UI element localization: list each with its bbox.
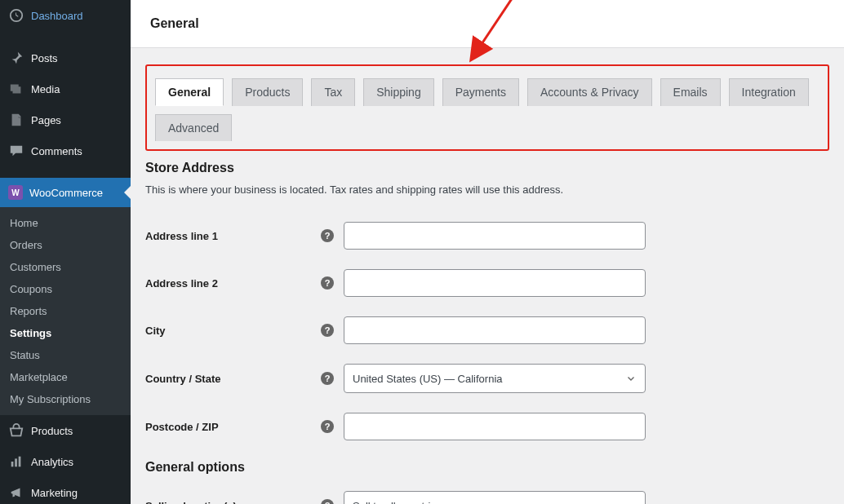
media-icon xyxy=(8,81,24,97)
selling-location-value: Sell to all countries xyxy=(353,500,442,505)
page-title: General xyxy=(150,16,824,31)
selling-location-select[interactable]: Sell to all countries xyxy=(344,491,646,504)
postcode-input[interactable] xyxy=(344,413,646,440)
svg-rect-1 xyxy=(15,458,17,466)
sidebar-item-marketing[interactable]: Marketing xyxy=(0,477,131,504)
sidebar-item-woocommerce[interactable]: W WooCommerce xyxy=(0,178,131,207)
sidebar-item-pages[interactable]: Pages xyxy=(0,104,131,135)
tab-payments[interactable]: Payments xyxy=(442,78,519,106)
marketing-icon xyxy=(8,484,24,501)
sidebar-item-dashboard[interactable]: Dashboard xyxy=(0,0,131,31)
sidebar-label: Media xyxy=(31,83,60,95)
sub-coupons[interactable]: Coupons xyxy=(0,278,131,300)
tabs-highlight-box: General Products Tax Shipping Payments A… xyxy=(145,64,829,151)
tab-advanced[interactable]: Advanced xyxy=(155,114,232,141)
sub-reports[interactable]: Reports xyxy=(0,300,131,322)
help-icon[interactable]: ? xyxy=(321,229,334,242)
products-icon xyxy=(8,422,24,439)
store-address-heading: Store Address xyxy=(145,161,829,175)
chevron-down-icon xyxy=(625,373,637,384)
sub-customers[interactable]: Customers xyxy=(0,256,131,278)
dashboard-icon xyxy=(8,7,24,24)
label-address1: Address line 1 xyxy=(145,212,321,259)
help-icon[interactable]: ? xyxy=(321,499,334,504)
tab-tax[interactable]: Tax xyxy=(311,78,355,106)
sidebar-item-posts[interactable]: Posts xyxy=(0,42,131,73)
sidebar-item-comments[interactable]: Comments xyxy=(0,135,131,166)
sub-my-subscriptions[interactable]: My Subscriptions xyxy=(0,388,131,410)
tab-general[interactable]: General xyxy=(155,78,224,106)
sidebar-label: WooCommerce xyxy=(29,187,103,199)
main-content: General General Products Tax Shipping Pa… xyxy=(131,0,844,504)
help-icon[interactable]: ? xyxy=(321,372,334,385)
label-country-state: Country / State xyxy=(145,354,321,403)
sidebar-item-media[interactable]: Media xyxy=(0,73,131,104)
settings-tabs: General Products Tax Shipping Payments A… xyxy=(155,78,820,141)
analytics-icon xyxy=(8,453,24,470)
store-address-form: Address line 1 ? Address line 2 ? City ?… xyxy=(145,212,829,450)
label-postcode: Postcode / ZIP xyxy=(145,403,321,450)
label-city: City xyxy=(145,307,321,354)
woocommerce-submenu: Home Orders Customers Coupons Reports Se… xyxy=(0,207,131,415)
sub-status[interactable]: Status xyxy=(0,344,131,366)
country-state-select[interactable]: United States (US) — California xyxy=(344,364,646,393)
general-options-form: Selling location(s) ? Sell to all countr… xyxy=(145,481,829,504)
comments-icon xyxy=(8,143,24,159)
label-address2: Address line 2 xyxy=(145,259,321,307)
help-icon[interactable]: ? xyxy=(321,276,334,290)
general-options-heading: General options xyxy=(145,460,829,475)
sidebar-label: Products xyxy=(31,425,73,437)
sidebar-item-analytics[interactable]: Analytics xyxy=(0,446,131,477)
tab-shipping[interactable]: Shipping xyxy=(363,78,434,106)
tab-emails[interactable]: Emails xyxy=(660,78,721,106)
page-header: General xyxy=(131,0,844,48)
sidebar-label: Dashboard xyxy=(31,10,83,22)
address1-input[interactable] xyxy=(344,222,646,250)
sidebar-label: Analytics xyxy=(31,456,73,468)
address2-input[interactable] xyxy=(344,269,646,297)
help-icon[interactable]: ? xyxy=(321,324,334,337)
svg-line-3 xyxy=(473,48,514,56)
chevron-down-icon xyxy=(625,500,637,504)
sub-home[interactable]: Home xyxy=(0,212,131,234)
sidebar-label: Comments xyxy=(31,145,82,157)
tab-accounts-privacy[interactable]: Accounts & Privacy xyxy=(527,78,652,106)
sidebar-item-products[interactable]: Products xyxy=(0,415,131,446)
tab-integration[interactable]: Integration xyxy=(729,78,809,106)
help-icon[interactable]: ? xyxy=(321,420,334,433)
sidebar-label: Posts xyxy=(31,52,58,64)
svg-rect-0 xyxy=(11,462,14,466)
sub-marketplace[interactable]: Marketplace xyxy=(0,366,131,388)
pages-icon xyxy=(8,112,24,128)
store-address-desc: This is where your business is located. … xyxy=(145,183,829,196)
sidebar-label: Pages xyxy=(31,114,61,126)
city-input[interactable] xyxy=(344,316,646,344)
country-state-value: United States (US) — California xyxy=(353,373,503,385)
admin-sidebar: Dashboard Posts Media Pages Comments W W… xyxy=(0,0,131,504)
woocommerce-icon: W xyxy=(8,185,23,200)
sidebar-label: Marketing xyxy=(31,487,78,499)
label-selling-location: Selling location(s) xyxy=(145,481,321,504)
pin-icon xyxy=(8,50,24,66)
sub-settings[interactable]: Settings xyxy=(0,322,131,344)
tab-products[interactable]: Products xyxy=(232,78,303,106)
sub-orders[interactable]: Orders xyxy=(0,234,131,256)
svg-rect-2 xyxy=(19,457,21,467)
